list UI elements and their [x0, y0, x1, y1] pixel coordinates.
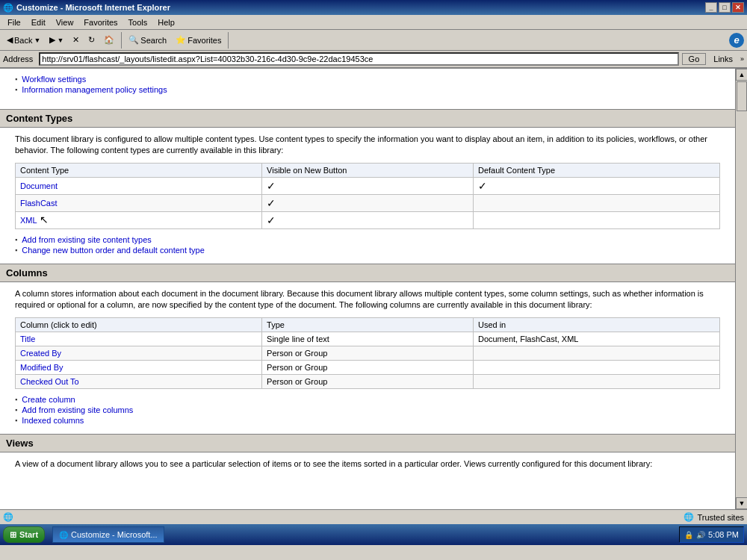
refresh-button[interactable]: ↻ [84, 33, 99, 47]
taskbar-item-customize[interactable]: 🌐 Customize - Microsoft... [52, 526, 164, 543]
start-button[interactable]: ⊞ Start [3, 526, 45, 543]
content-type-link[interactable]: XML [20, 216, 37, 225]
minimize-button[interactable]: _ [705, 2, 717, 13]
default-check: ✓ [473, 177, 719, 194]
column-link[interactable]: Created By [20, 349, 61, 358]
info-policy-anchor[interactable]: Information management policy settings [22, 85, 167, 94]
content-types-header: Content Types [0, 109, 735, 128]
table-row: Modified By Person or Group [16, 360, 720, 374]
content-area[interactable]: Workflow settings Information management… [0, 69, 735, 509]
status-bar: 🌐 🌐 Trusted sites [0, 509, 747, 524]
column-name[interactable]: Title [16, 332, 262, 346]
column-type: Person or Group [262, 360, 474, 374]
scroll-thumb[interactable] [737, 81, 747, 111]
column-link[interactable]: Checked Out To [20, 377, 79, 386]
stop-button[interactable]: ✕ [69, 33, 83, 47]
column-name[interactable]: Checked Out To [16, 374, 262, 388]
menu-favorites[interactable]: Favorites [79, 16, 122, 28]
network-icon: 🔒 [684, 531, 693, 539]
col-header-content-type: Content Type [16, 163, 262, 177]
add-site-columns-link[interactable]: Add from existing site columns [15, 405, 720, 414]
column-name[interactable]: Created By [16, 346, 262, 360]
status-icon: 🌐 [3, 512, 13, 522]
info-policy-link[interactable]: Information management policy settings [15, 85, 720, 94]
favorites-label: Favorites [187, 36, 221, 45]
cursor-pointer-indicator: ↖ [40, 214, 49, 225]
title-bar-left: 🌐 Customize - Microsoft Internet Explore… [3, 3, 170, 13]
visible-check: ✓ [262, 177, 474, 194]
scrollbar[interactable]: ▲ ▼ [735, 69, 747, 509]
search-icon: 🔍 [128, 35, 139, 45]
views-header: Views [0, 434, 735, 452]
forward-button[interactable]: ▶ ▼ [46, 33, 67, 47]
back-button[interactable]: ◀ Back ▼ [3, 33, 44, 47]
content-type-link[interactable]: Document [20, 181, 58, 190]
content-type-name[interactable]: FlashCast [16, 194, 262, 211]
indexed-columns-anchor[interactable]: Indexed columns [22, 416, 84, 425]
zone-indicator: 🌐 Trusted sites [684, 512, 744, 522]
content-type-name[interactable]: Document [16, 177, 262, 194]
status-left: 🌐 [3, 512, 16, 522]
table-row: Checked Out To Person or Group [16, 374, 720, 388]
favorites-button[interactable]: ⭐ Favorites [172, 33, 225, 47]
scroll-track[interactable] [736, 81, 747, 497]
clock: 5:08 PM [708, 530, 739, 539]
back-icon: ◀ [7, 35, 13, 45]
create-column-link[interactable]: Create column [15, 395, 720, 404]
title-bar-buttons[interactable]: _ □ ✕ [705, 2, 744, 13]
column-used-in: Document, FlashCast, XML [473, 332, 719, 346]
content-type-name[interactable]: XML ↖ [16, 211, 262, 228]
maximize-button[interactable]: □ [719, 2, 731, 13]
scroll-down-button[interactable]: ▼ [736, 497, 747, 509]
back-label: Back [14, 36, 32, 45]
content-types-footer-links: Add from existing site content types Cha… [15, 235, 720, 255]
volume-icon: 🔊 [696, 531, 705, 539]
column-used-in [473, 346, 719, 360]
menu-help[interactable]: Help [153, 16, 179, 28]
visible-check: ✓ [262, 211, 474, 228]
column-link[interactable]: Title [20, 335, 35, 343]
menu-tools[interactable]: Tools [124, 16, 152, 28]
add-content-types-link[interactable]: Add from existing site content types [15, 235, 720, 244]
add-content-types-anchor[interactable]: Add from existing site content types [22, 235, 152, 244]
close-button[interactable]: ✕ [732, 2, 744, 13]
search-label: Search [140, 36, 167, 45]
table-row: FlashCast ✓ [16, 194, 720, 211]
table-row: Document ✓ ✓ [16, 177, 720, 194]
views-spacer [15, 476, 720, 498]
column-used-in [473, 374, 719, 388]
change-button-order-anchor[interactable]: Change new button order and default cont… [22, 246, 205, 255]
taskbar-items: 🌐 Customize - Microsoft... [52, 526, 164, 543]
col-header-column: Column (click to edit) [16, 317, 262, 332]
column-link[interactable]: Modified By [20, 363, 63, 372]
scroll-up-button[interactable]: ▲ [736, 69, 747, 81]
column-name[interactable]: Modified By [16, 360, 262, 374]
content-types-table: Content Type Visible on New Button Defau… [15, 163, 720, 229]
check-icon: ✓ [267, 197, 276, 209]
col-header-type: Type [262, 317, 474, 332]
indexed-columns-link[interactable]: Indexed columns [15, 416, 720, 425]
window-title: Customize - Microsoft Internet Explorer [16, 3, 170, 12]
menu-file[interactable]: File [3, 16, 25, 28]
workflow-settings-anchor[interactable]: Workflow settings [22, 75, 86, 84]
menu-edit[interactable]: Edit [27, 16, 50, 28]
search-button[interactable]: 🔍 Search [125, 33, 170, 47]
table-row: Title Single line of text Document, Flas… [16, 332, 720, 346]
taskbar-left: ⊞ Start 🌐 Customize - Microsoft... [3, 526, 164, 543]
status-right: 🌐 Trusted sites [684, 512, 744, 522]
create-column-anchor[interactable]: Create column [22, 395, 75, 404]
title-bar: 🌐 Customize - Microsoft Internet Explore… [0, 0, 747, 15]
menu-view[interactable]: View [52, 16, 78, 28]
add-site-columns-anchor[interactable]: Add from existing site columns [22, 405, 133, 414]
check-icon: ✓ [267, 214, 276, 226]
home-button[interactable]: 🏠 [100, 33, 118, 47]
column-used-in [473, 360, 719, 374]
back-arrow-icon: ▼ [34, 37, 40, 44]
content-type-link[interactable]: FlashCast [20, 199, 58, 208]
address-input[interactable] [39, 52, 678, 66]
change-button-order-link[interactable]: Change new button order and default cont… [15, 246, 720, 255]
go-button[interactable]: Go [682, 53, 707, 65]
links-button[interactable]: Links [709, 54, 737, 64]
forward-icon: ▶ [49, 35, 55, 45]
workflow-settings-link[interactable]: Workflow settings [15, 75, 720, 84]
